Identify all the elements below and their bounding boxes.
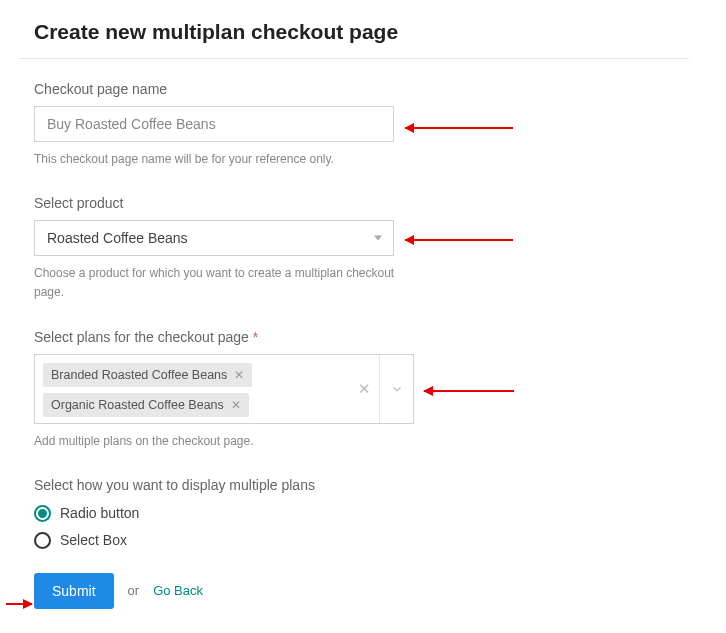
product-group: Select product Roasted Coffee Beans Choo… [34, 195, 726, 302]
divider [19, 58, 689, 59]
plan-tag-label: Organic Roasted Coffee Beans [51, 398, 224, 412]
product-select-value: Roasted Coffee Beans [34, 220, 394, 256]
radio-icon [34, 505, 51, 522]
plans-label-text: Select plans for the checkout page [34, 329, 249, 345]
arrow-annotation [424, 390, 514, 392]
radio-option-radio-button[interactable]: Radio button [34, 505, 726, 522]
or-text: or [128, 583, 140, 598]
plan-tag: Organic Roasted Coffee Beans ✕ [43, 393, 249, 417]
multiselect-toggle[interactable] [379, 355, 413, 423]
radio-label: Select Box [60, 532, 127, 548]
radio-icon [34, 532, 51, 549]
plan-tag-label: Branded Roasted Coffee Beans [51, 368, 227, 382]
arrow-annotation [405, 239, 513, 241]
clear-all-icon[interactable]: ✕ [349, 355, 379, 423]
plans-multiselect[interactable]: Branded Roasted Coffee Beans ✕ Organic R… [34, 354, 414, 424]
plans-group: Select plans for the checkout page * Bra… [34, 329, 726, 451]
checkout-name-group: Checkout page name This checkout page na… [34, 81, 726, 169]
go-back-link[interactable]: Go Back [153, 583, 203, 598]
tag-remove-icon[interactable]: ✕ [231, 399, 241, 411]
page-title: Create new multiplan checkout page [34, 20, 726, 44]
display-radio-group: Radio button Select Box [34, 505, 726, 549]
checkout-name-input[interactable] [34, 106, 394, 142]
plans-label: Select plans for the checkout page * [34, 329, 726, 345]
plan-tag: Branded Roasted Coffee Beans ✕ [43, 363, 252, 387]
plans-tags-container: Branded Roasted Coffee Beans ✕ Organic R… [35, 355, 349, 423]
tag-remove-icon[interactable]: ✕ [234, 369, 244, 381]
submit-button[interactable]: Submit [34, 573, 114, 609]
chevron-down-icon [390, 382, 404, 396]
display-group: Select how you want to display multiple … [34, 477, 726, 549]
required-mark: * [253, 329, 258, 345]
product-label: Select product [34, 195, 726, 211]
checkout-name-label: Checkout page name [34, 81, 726, 97]
product-select[interactable]: Roasted Coffee Beans [34, 220, 394, 256]
display-label: Select how you want to display multiple … [34, 477, 726, 493]
radio-option-select-box[interactable]: Select Box [34, 532, 726, 549]
product-hint: Choose a product for which you want to c… [34, 264, 414, 302]
arrow-annotation [6, 603, 32, 605]
checkout-name-hint: This checkout page name will be for your… [34, 150, 414, 169]
caret-down-icon [374, 236, 382, 241]
arrow-annotation [405, 127, 513, 129]
radio-label: Radio button [60, 505, 139, 521]
actions-row: Submit or Go Back [34, 573, 726, 609]
plans-hint: Add multiple plans on the checkout page. [34, 432, 414, 451]
